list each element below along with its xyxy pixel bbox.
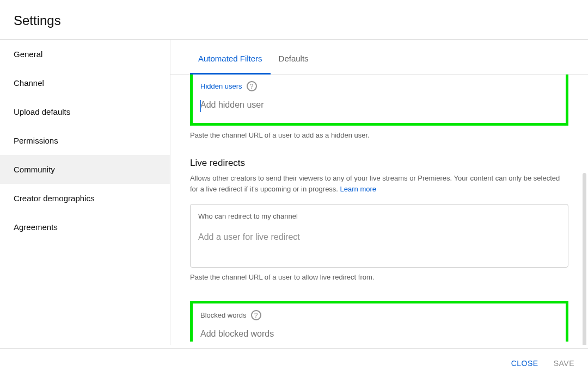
blocked-words-label: Blocked words <box>200 311 247 319</box>
sidebar-item-creator-demographics[interactable]: Creator demographics <box>0 184 170 213</box>
live-redirects-description: Allows other creators to send their view… <box>190 173 560 194</box>
live-redirect-helper: Paste the channel URL of a user to allow… <box>190 273 568 281</box>
hidden-users-box: Hidden users ? <box>190 75 568 126</box>
tab-bar: Automated Filters Defaults <box>170 40 588 75</box>
live-redirect-label: Who can redirect to my channel <box>198 212 560 220</box>
text-cursor <box>200 100 201 112</box>
settings-sidebar: General Channel Upload defaults Permissi… <box>0 40 170 345</box>
help-icon[interactable]: ? <box>251 310 261 320</box>
live-redirects-title: Live redirects <box>190 158 568 169</box>
hidden-users-helper: Paste the channel URL of a user to add a… <box>190 131 568 139</box>
sidebar-item-community[interactable]: Community <box>0 155 170 184</box>
sidebar-item-upload-defaults[interactable]: Upload defaults <box>0 97 170 126</box>
tab-defaults[interactable]: Defaults <box>271 40 317 74</box>
hidden-users-label: Hidden users <box>200 82 242 90</box>
dialog-footer: CLOSE SAVE <box>0 348 588 378</box>
learn-more-link[interactable]: Learn more <box>340 185 376 193</box>
save-button[interactable]: SAVE <box>554 359 574 368</box>
sidebar-item-agreements[interactable]: Agreements <box>0 213 170 241</box>
live-redirect-input[interactable]: Add a user for live redirect <box>198 232 560 242</box>
sidebar-item-channel[interactable]: Channel <box>0 69 170 97</box>
page-title: Settings <box>14 13 574 28</box>
help-icon[interactable]: ? <box>247 81 257 91</box>
close-button[interactable]: CLOSE <box>511 359 538 368</box>
scrollbar[interactable] <box>583 173 586 345</box>
blocked-words-box: Blocked words ? <box>190 301 568 342</box>
sidebar-item-permissions[interactable]: Permissions <box>0 126 170 155</box>
blocked-words-input[interactable] <box>200 329 558 339</box>
hidden-users-input[interactable] <box>200 100 558 110</box>
sidebar-item-general[interactable]: General <box>0 40 170 69</box>
tab-automated-filters[interactable]: Automated Filters <box>190 40 271 74</box>
live-redirect-box[interactable]: Who can redirect to my channel Add a use… <box>190 204 568 268</box>
